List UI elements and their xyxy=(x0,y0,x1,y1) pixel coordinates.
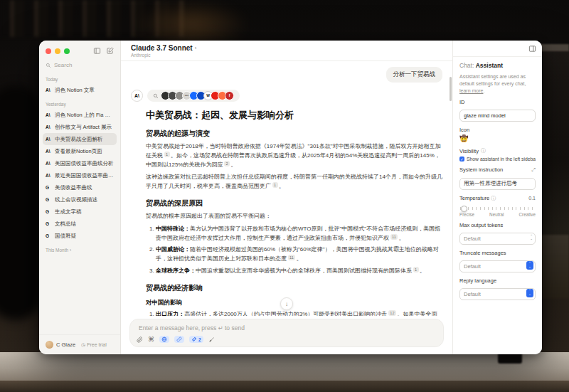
bold-term: 中国特殊论： xyxy=(156,226,190,232)
tools-count: 2 xyxy=(198,337,201,342)
sidebar-item[interactable]: G文档总结 xyxy=(43,218,117,230)
attach-icon[interactable] xyxy=(137,337,143,343)
user-avatar xyxy=(46,341,53,349)
tools-toggle[interactable]: 2 xyxy=(189,336,203,343)
learn-more-link[interactable]: learn more xyxy=(459,88,483,93)
reply-language-select[interactable] xyxy=(459,288,536,300)
temperature-slider[interactable] xyxy=(460,207,535,210)
message-paragraph: 这种边缘政策对抗已远超特朗普上次担任总统期间的程度，特朗普第一任期内的关税战持续… xyxy=(146,173,442,191)
source-favicon: f xyxy=(225,91,234,100)
sidebar-item[interactable]: A\查看最新Notion页面 xyxy=(43,145,117,157)
claude-icon: A\ xyxy=(46,137,52,142)
web-search-toggle[interactable] xyxy=(159,336,169,343)
show-assistant-checkbox-row[interactable]: ✓ Show assistant in the left sidebar xyxy=(459,157,536,161)
model-name: Claude 3.7 Sonnet xyxy=(131,44,193,52)
app-window: Search TodayA\润色 Notion 文章YesterdayA\润色 … xyxy=(39,41,542,354)
search-sources-pill[interactable]: •••Wf xyxy=(147,90,240,102)
search-icon xyxy=(153,93,159,99)
sidebar-item-label: 最近美国国债收益率曲线检… xyxy=(55,172,114,179)
gemini-icon: G xyxy=(46,197,52,202)
temperature-value: 0.1 xyxy=(528,196,536,201)
toggle-sidebar-icon[interactable] xyxy=(93,47,101,55)
citation-badge[interactable]: 1 xyxy=(272,182,278,188)
settings-description-period: . xyxy=(483,88,484,93)
source-favicon-list: •••Wf xyxy=(161,91,234,100)
scroll-to-bottom-button[interactable]: ↓ xyxy=(280,297,293,310)
plan-icon: ◷ xyxy=(81,342,85,348)
minimize-window-button[interactable] xyxy=(55,48,60,54)
chat-main: Claude 3.7 Sonnet › Anthropic 分析一下贸易战 A\… xyxy=(121,41,452,354)
sidebar-item-label: 美债收益率曲线 xyxy=(55,184,92,191)
sidebar-item[interactable]: A\最近美国国债收益率曲线检… xyxy=(43,169,117,181)
message-list-item: 中国特殊论：美方认为中国违背了以开放和市场为核心的WTO原则，批评"中国模式"不… xyxy=(156,225,442,243)
temperature-mark-neutral: Neutral xyxy=(489,212,504,217)
checkbox-checked-icon[interactable]: ✓ xyxy=(459,157,464,161)
assistant-emoji-icon[interactable]: 🤠 xyxy=(459,135,536,142)
citation-badge[interactable]: 2 xyxy=(224,161,230,166)
chat-scrollbar[interactable] xyxy=(450,77,452,101)
sidebar-item[interactable]: G美债收益率曲线 xyxy=(43,181,117,194)
settings-title-value: Assistant xyxy=(476,62,503,69)
sidebar-section-label[interactable]: This Month › xyxy=(46,248,114,253)
sidebar-item-label: 查看最新Notion页面 xyxy=(55,148,102,155)
clear-context-icon[interactable] xyxy=(208,337,215,343)
model-selector[interactable]: Claude 3.7 Sonnet › xyxy=(131,44,442,52)
sidebar-item[interactable]: A\润色 Notion 上的 Fia 文章 xyxy=(43,109,117,121)
citation-badge[interactable]: 12 xyxy=(388,310,396,316)
temperature-mark-precise: Precise xyxy=(459,212,474,217)
sidebar-header-icons xyxy=(93,47,114,55)
desktop: Search TodayA\润色 Notion 文章YesterdayA\润色 … xyxy=(0,0,569,392)
chat-messages[interactable]: 分析一下贸易战 A\ •••Wf 中美贸易战：起因、发展与影响分析贸易战的起源与… xyxy=(121,61,452,316)
max-tokens-field[interactable] xyxy=(459,233,536,245)
settings-description: Assistant settings are used as default s… xyxy=(459,73,536,94)
claude-icon: A\ xyxy=(46,112,52,117)
assistant-message-content: 中美贸易战：起因、发展与影响分析贸易战的起源与演变中美贸易战始于2018年，当时… xyxy=(146,102,442,316)
sidebar-footer[interactable]: C Glaze ◷ Free trial xyxy=(39,334,120,354)
toggle-right-panel-icon[interactable] xyxy=(528,45,536,53)
system-instruction-field[interactable] xyxy=(459,178,536,190)
desktop-background-counter-edge xyxy=(0,381,569,392)
citation-badge[interactable]: 1 xyxy=(413,267,419,272)
search-field[interactable]: Search xyxy=(46,62,114,68)
sidebar-sections: TodayA\润色 Notion 文章YesterdayA\润色 Notion … xyxy=(39,70,120,334)
assistant-id-field[interactable] xyxy=(459,110,536,122)
info-icon: ⓘ xyxy=(491,196,496,201)
stepper-down-icon: ⌄ xyxy=(530,238,533,241)
new-chat-icon[interactable] xyxy=(106,47,114,55)
citation-badge[interactable]: 11 xyxy=(390,234,398,240)
sidebar-section-label: Today xyxy=(46,77,114,82)
sidebar-item[interactable]: A\中美贸易战全面解析 xyxy=(43,133,117,145)
sidebar-item[interactable]: A\美国国债收益率曲线分析 xyxy=(43,157,117,169)
sidebar-item[interactable]: G生成文字稿 xyxy=(43,206,117,218)
sidebar-item[interactable]: G国债释疑 xyxy=(43,230,117,242)
sidebar-item[interactable]: A\润色 Notion 文章 xyxy=(43,84,117,96)
select-stepper-icon[interactable]: ⌃ ⌄ xyxy=(526,289,533,297)
citation-badge[interactable]: 11 xyxy=(288,255,296,260)
select-stepper-icon[interactable]: ⌃ ⌄ xyxy=(526,261,533,270)
system-instruction-label: System instruction xyxy=(459,166,503,173)
truncate-select[interactable] xyxy=(459,260,536,272)
temperature-slider-thumb[interactable] xyxy=(461,206,467,212)
citation-badge[interactable]: 1 xyxy=(164,152,170,157)
stepper-down-icon: ⌄ xyxy=(528,265,531,269)
message-heading: 贸易战的深层原因 xyxy=(146,198,442,208)
maximize-window-button[interactable] xyxy=(64,48,70,54)
link-toggle[interactable] xyxy=(174,336,184,343)
max-tokens-label: Max output tokens xyxy=(459,222,536,228)
plan-badge[interactable]: ◷ Free trial xyxy=(81,342,107,348)
expand-icon[interactable]: ⤢ xyxy=(531,167,536,173)
message-input-box[interactable]: ⌘ 2 xyxy=(129,319,444,347)
sidebar-item[interactable]: G线上会议视频描述 xyxy=(43,194,117,206)
message-input[interactable] xyxy=(137,324,436,332)
model-provider: Anthropic xyxy=(131,53,442,58)
gemini-icon: G xyxy=(46,221,52,226)
stepper-icon[interactable]: ⌃ ⌄ xyxy=(530,234,533,240)
sidebar-item-label: 生成文字稿 xyxy=(55,208,82,216)
settings-panel-header xyxy=(453,41,542,57)
message-list-item: 中国威胁论：随着中国经济规模超过美国的60%（被称为"60%定律"），美国将中国… xyxy=(156,245,442,264)
composer: ⌘ 2 xyxy=(121,316,452,354)
shortcuts-icon[interactable]: ⌘ xyxy=(148,337,154,343)
sidebar-item-label: 文档总结 xyxy=(55,221,76,228)
close-window-button[interactable] xyxy=(46,48,51,54)
sidebar-item[interactable]: A\创作散文与 Artifact 展示 xyxy=(43,121,117,133)
